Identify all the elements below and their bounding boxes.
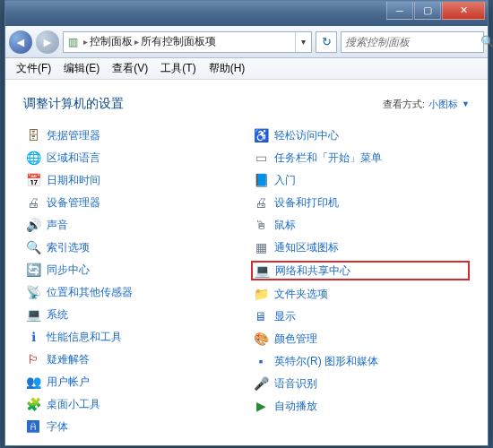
control-panel-window: ─ ▢ ✕ ◄ ► ▥ ▸ 控制面板 ▸ 所有控制面板项 ▾ ↻ 🔍 文件(F)… [4, 0, 489, 446]
cpl-label: 英特尔(R) 图形和媒体 [274, 354, 378, 369]
cpl-label: 网络和共享中心 [275, 263, 350, 279]
cpl-icon: ▶ [253, 398, 269, 414]
cpl-icon: ▭ [253, 150, 269, 166]
navbar: ◄ ► ▥ ▸ 控制面板 ▸ 所有控制面板项 ▾ ↻ 🔍 [5, 26, 488, 58]
control-panel-icon: ▥ [64, 36, 82, 48]
cpl-icon: 🅰 [25, 418, 41, 435]
cpl-label: 索引选项 [47, 240, 90, 255]
heading-row: 调整计算机的设置 查看方式: 小图标 ▼ [23, 96, 470, 112]
cpl-icon: 🎤 [253, 375, 269, 392]
menu-help[interactable]: 帮助(H) [203, 59, 251, 78]
cpl-item-r-4[interactable]: 🖱鼠标 [251, 216, 470, 234]
cpl-label: 同步中心 [47, 263, 90, 278]
cpl-item-r-12[interactable]: ▶自动播放 [251, 397, 470, 415]
cpl-item-l-0[interactable]: 🗄凭据管理器 [23, 126, 242, 144]
cpl-item-r-3[interactable]: 🖨设备和打印机 [251, 194, 470, 211]
page-title: 调整计算机的设置 [23, 96, 124, 112]
menu-edit[interactable]: 编辑(E) [58, 59, 105, 78]
back-button[interactable]: ◄ [9, 30, 32, 54]
cpl-icon: 📅 [25, 172, 41, 188]
cpl-label: 声音 [47, 218, 68, 233]
cpl-item-r-5[interactable]: ▦通知区域图标 [251, 238, 470, 256]
search-input[interactable] [345, 36, 480, 48]
menu-tools[interactable]: 工具(T) [155, 59, 201, 78]
cpl-item-l-9[interactable]: ℹ性能信息和工具 [23, 328, 242, 346]
cpl-icon: 📘 [253, 172, 269, 188]
refresh-button[interactable]: ↻ [316, 31, 337, 53]
cpl-item-r-9[interactable]: 🎨颜色管理 [251, 330, 470, 348]
cpl-item-r-0[interactable]: ♿轻松访问中心 [251, 126, 470, 144]
minimize-button[interactable]: ─ [386, 2, 413, 20]
cpl-item-l-7[interactable]: 📡位置和其他传感器 [23, 283, 242, 301]
cpl-label: 自动播放 [274, 399, 317, 414]
view-by[interactable]: 查看方式: 小图标 ▼ [383, 98, 470, 111]
menu-view[interactable]: 查看(V) [107, 59, 153, 78]
menu-file[interactable]: 文件(F) [11, 59, 56, 78]
cpl-icon: 🗄 [25, 127, 41, 143]
cpl-icon: ▦ [253, 239, 269, 255]
items-grid: 🗄凭据管理器🌐区域和语言📅日期和时间🖨设备管理器🔊声音🔍索引选项🔄同步中心📡位置… [23, 126, 470, 435]
cpl-label: 任务栏和「开始」菜单 [274, 151, 382, 166]
cpl-item-r-6[interactable]: 💻网络和共享中心 [251, 261, 470, 280]
chevron-right-icon: ▸ [133, 37, 141, 47]
maximize-button[interactable]: ▢ [414, 2, 441, 20]
close-button[interactable]: ✕ [442, 2, 485, 20]
left-column: 🗄凭据管理器🌐区域和语言📅日期和时间🖨设备管理器🔊声音🔍索引选项🔄同步中心📡位置… [23, 126, 242, 435]
cpl-item-r-8[interactable]: 🖥显示 [251, 307, 470, 325]
search-icon[interactable]: 🔍 [480, 35, 493, 48]
cpl-item-l-8[interactable]: 💻系统 [23, 306, 242, 323]
cpl-icon: 🖨 [253, 194, 269, 211]
cpl-item-r-11[interactable]: 🎤语音识别 [251, 375, 470, 392]
cpl-icon: 🎨 [253, 331, 269, 347]
cpl-item-l-1[interactable]: 🌐区域和语言 [23, 149, 242, 167]
cpl-item-l-2[interactable]: 📅日期和时间 [23, 171, 242, 189]
cpl-label: 性能信息和工具 [47, 330, 122, 345]
breadcrumb[interactable]: ▥ ▸ 控制面板 ▸ 所有控制面板项 ▾ [63, 31, 312, 53]
cpl-label: 位置和其他传感器 [47, 285, 133, 300]
cpl-icon: 📡 [25, 284, 41, 300]
cpl-item-l-10[interactable]: 🏳疑难解答 [23, 350, 242, 368]
cpl-item-l-6[interactable]: 🔄同步中心 [23, 261, 242, 279]
cpl-icon: 🖥 [253, 308, 269, 324]
cpl-label: 轻松访问中心 [274, 128, 339, 143]
cpl-icon: 📁 [253, 286, 269, 302]
cpl-icon: ▪ [253, 353, 269, 369]
cpl-item-l-3[interactable]: 🖨设备管理器 [23, 194, 242, 211]
cpl-icon: 🔄 [25, 262, 41, 278]
cpl-icon: 💻 [254, 263, 270, 279]
cpl-icon: 🔍 [25, 239, 41, 255]
cpl-label: 颜色管理 [274, 332, 317, 347]
cpl-item-l-12[interactable]: 🧩桌面小工具 [23, 395, 242, 413]
cpl-item-l-11[interactable]: 👥用户帐户 [23, 373, 242, 391]
cpl-label: 桌面小工具 [47, 397, 100, 412]
cpl-icon: 🖱 [253, 217, 269, 233]
chevron-down-icon[interactable]: ▼ [462, 99, 470, 108]
breadcrumb-current[interactable]: 所有控制面板项 [141, 34, 216, 49]
titlebar[interactable]: ─ ▢ ✕ [5, 1, 488, 26]
cpl-label: 文件夹选项 [274, 287, 328, 302]
cpl-icon: 🌐 [25, 150, 41, 166]
cpl-icon: 💻 [25, 306, 41, 323]
search-box[interactable]: 🔍 [341, 31, 484, 53]
view-by-value[interactable]: 小图标 [428, 98, 458, 111]
breadcrumb-dropdown-icon[interactable]: ▾ [295, 32, 311, 52]
cpl-label: 疑难解答 [47, 352, 90, 367]
cpl-item-r-2[interactable]: 📘入门 [251, 171, 470, 189]
content-area: 调整计算机的设置 查看方式: 小图标 ▼ 🗄凭据管理器🌐区域和语言📅日期和时间🖨… [5, 80, 488, 445]
cpl-item-r-10[interactable]: ▪英特尔(R) 图形和媒体 [251, 352, 470, 370]
cpl-icon: ♿ [253, 127, 269, 143]
cpl-item-l-5[interactable]: 🔍索引选项 [23, 238, 242, 256]
cpl-item-r-7[interactable]: 📁文件夹选项 [251, 285, 470, 303]
view-by-label: 查看方式: [383, 98, 425, 111]
breadcrumb-root[interactable]: 控制面板 [90, 34, 133, 49]
cpl-label: 鼠标 [274, 218, 296, 233]
forward-button[interactable]: ► [36, 30, 59, 54]
cpl-item-r-1[interactable]: ▭任务栏和「开始」菜单 [251, 149, 470, 167]
cpl-label: 系统 [47, 307, 68, 323]
cpl-label: 用户帐户 [47, 375, 90, 390]
cpl-item-l-13[interactable]: 🅰字体 [23, 418, 242, 435]
chevron-right-icon: ▸ [82, 37, 90, 47]
cpl-label: 入门 [274, 173, 296, 188]
cpl-item-l-4[interactable]: 🔊声音 [23, 216, 242, 234]
cpl-label: 通知区域图标 [274, 240, 339, 255]
